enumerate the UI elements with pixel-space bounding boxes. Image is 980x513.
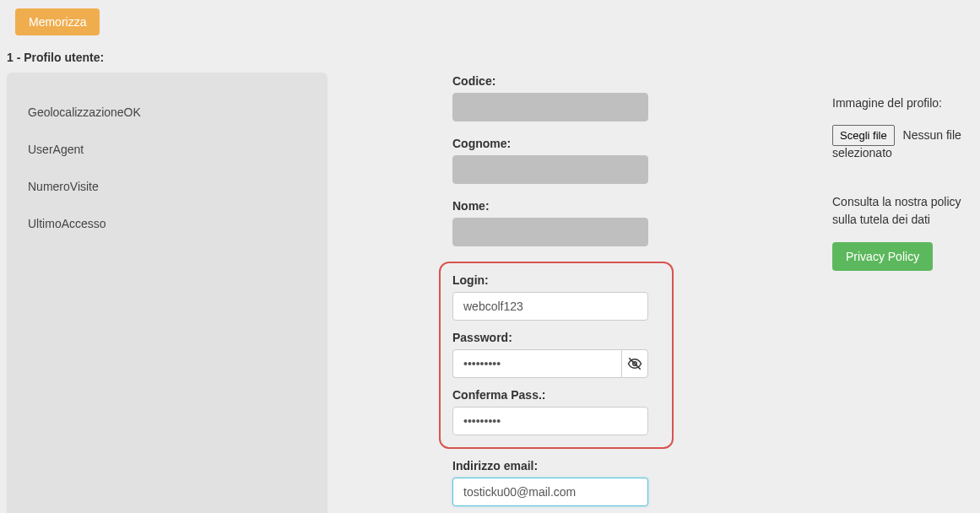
profile-image-label: Immagine del profilo: [832, 96, 973, 110]
nome-label: Nome: [452, 199, 756, 213]
form-panel: Codice: Cognome: Nome: Login: Password: [452, 73, 756, 513]
password-label: Password: [452, 331, 653, 344]
save-button[interactable]: Memorizza [15, 8, 100, 35]
conferma-label: Conferma Pass.: [452, 388, 653, 402]
conferma-password-input[interactable] [452, 407, 648, 435]
codice-input [452, 93, 648, 122]
right-panel: Immagine del profilo: Scegli file Nessun… [773, 73, 973, 513]
choose-file-button[interactable]: Scegli file [832, 125, 895, 146]
password-input[interactable] [452, 349, 621, 378]
sidebar-item-useragent[interactable]: UserAgent [28, 131, 306, 168]
toggle-password-visibility-button[interactable] [621, 349, 648, 378]
codice-label: Codice: [452, 74, 756, 88]
policy-text: Consulta la nostra policy sulla tutela d… [832, 193, 973, 229]
sidebar: GeolocalizzazioneOK UserAgent NumeroVisi… [7, 73, 328, 513]
section-title: 1 - Profilo utente: [7, 51, 980, 64]
login-credentials-box: Login: Password: [439, 262, 674, 449]
nome-input [452, 218, 648, 246]
cognome-label: Cognome: [452, 137, 756, 150]
login-input[interactable] [452, 292, 648, 321]
cognome-input [452, 155, 648, 184]
login-label: Login: [452, 273, 653, 287]
email-label: Indirizzo email: [452, 459, 756, 472]
eye-slash-icon [627, 356, 642, 371]
sidebar-item-geolocalizzazione[interactable]: GeolocalizzazioneOK [28, 94, 306, 131]
privacy-policy-button[interactable]: Privacy Policy [832, 242, 933, 271]
sidebar-item-ultimoaccesso[interactable]: UltimoAccesso [28, 205, 306, 242]
email-input[interactable] [452, 478, 648, 506]
sidebar-item-numerovisite[interactable]: NumeroVisite [28, 168, 306, 205]
